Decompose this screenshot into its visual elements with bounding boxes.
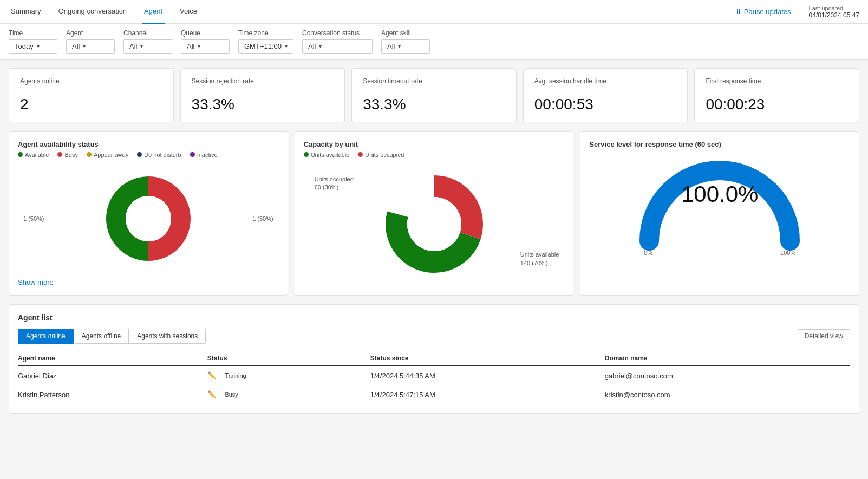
donut-label-available: 1 (50%) [252,215,273,222]
chevron-down-icon: ▾ [140,43,143,49]
tab-ongoing[interactable]: Ongoing conversation [56,0,129,24]
agent-name-cell: Gabriel Diaz [18,366,207,385]
queue-dropdown[interactable]: All ▾ [181,39,230,54]
chevron-down-icon: ▾ [198,43,200,49]
kpi-avg-handle: Avg. session handle time 00:00:53 [523,68,688,122]
channel-dropdown[interactable]: All ▾ [123,39,172,54]
agent-list-tabs: Agents online Agents offline Agents with… [18,329,206,344]
kpi-agents-online: Agents online 2 [9,68,174,122]
legend-inactive: Inactive [190,152,218,158]
availability-donut: 1 (50%) 1 (50%) [18,165,279,273]
filter-timezone: Time zone GMT+11:00 ▾ [238,29,293,54]
tab-agents-with-sessions[interactable]: Agents with sessions [129,329,206,344]
chevron-down-icon: ▾ [319,43,322,49]
edit-icon[interactable]: ✏️ [207,371,216,379]
agent-since-cell: 1/4/2024 5:47:15 AM [370,385,605,404]
agent-status-cell: ✏️ Busy [207,385,370,404]
filter-agent: Agent All ▾ [66,29,115,54]
detailed-view-button[interactable]: Detailed view [798,329,850,343]
tab-summary[interactable]: Summary [9,0,43,24]
capacity-svg [380,170,488,278]
status-badge: Busy [220,390,243,399]
gauge-labels: 0% 100% [644,250,795,256]
main-content: Agents online 2 Session rejection rate 3… [0,60,868,422]
chevron-down-icon: ▾ [83,43,86,49]
filter-bar: Time Today ▾ Agent All ▾ Channel All ▾ Q… [0,24,868,60]
capacity-chart: Capacity by unit Units available Units o… [295,131,574,296]
time-dropdown[interactable]: Today ▾ [9,39,57,54]
legend-units-available: Units available [304,152,350,158]
agent-list-controls: Agents online Agents offline Agents with… [18,329,850,344]
table-row: Gabriel Diaz ✏️ Training 1/4/2024 5:44:3… [18,366,850,385]
col-domain: Domain name [605,350,850,366]
conv-status-dropdown[interactable]: All ▾ [302,39,373,54]
edit-icon[interactable]: ✏️ [207,390,216,398]
svg-point-2 [126,196,171,241]
agent-status-cell: ✏️ Training [207,366,370,385]
kpi-session-timeout: Session timeout rate 33.3% [351,68,517,122]
agent-list-title: Agent list [18,313,53,322]
agent-skill-dropdown[interactable]: All ▾ [381,39,430,54]
donut-label-busy: 1 (50%) [23,215,44,222]
availability-legend: Available Busy Appear away Do not distur… [18,152,279,158]
legend-appear-away: Appear away [87,152,128,158]
service-level-chart: Service level for response time (60 sec)… [580,131,859,296]
col-status: Status [207,350,370,366]
filter-time: Time Today ▾ [9,29,57,54]
agent-name-cell: Kristin Patterson [18,385,207,404]
kpi-first-response: First response time 00:00:23 [694,68,859,122]
legend-busy: Busy [57,152,77,158]
filter-channel: Channel All ▾ [123,29,172,54]
tab-agents-online[interactable]: Agents online [18,329,74,344]
nav-right: ⏸ Pause updates Last updated 04/01/2024 … [735,5,859,19]
agent-list-section: Agent list Agents online Agents offline … [9,304,859,414]
gauge-value: 100.0% [681,181,758,207]
col-status-since: Status since [370,350,605,366]
svg-point-5 [407,197,461,251]
status-badge: Training [220,371,251,380]
chevron-down-icon: ▾ [285,43,288,49]
last-updated: Last updated 04/01/2024 05:47 [800,5,859,19]
pause-icon: ⏸ [735,8,742,16]
pause-updates-button[interactable]: ⏸ Pause updates [735,8,791,16]
agent-domain-cell: kristin@contoso.com [605,385,850,404]
legend-units-occupied: Units occupied [358,152,404,158]
tab-voice[interactable]: Voice [178,0,199,24]
table-row: Kristin Patterson ✏️ Busy 1/4/2024 5:47:… [18,385,850,404]
legend-do-not-disturb: Do not disturb [137,152,181,158]
col-agent-name: Agent name [18,350,207,366]
tab-agents-offline[interactable]: Agents offline [74,329,129,344]
filter-conv-status: Conversation status All ▾ [302,29,373,54]
agent-since-cell: 1/4/2024 5:44:35 AM [370,366,605,385]
tab-agent[interactable]: Agent [142,0,165,24]
availability-chart: Agent availability status Available Busy… [9,131,288,296]
chevron-down-icon: ▾ [37,43,40,49]
filter-row: Time Today ▾ Agent All ▾ Channel All ▾ Q… [9,29,859,54]
timezone-dropdown[interactable]: GMT+11:00 ▾ [238,39,293,54]
capacity-label-available: Units available140 (70%) [520,251,559,267]
availability-svg [100,170,197,267]
chart-row: Agent availability status Available Busy… [9,131,859,296]
agent-table: Agent name Status Status since Domain na… [18,350,850,404]
filter-queue: Queue All ▾ [181,29,230,54]
filter-agent-skill: Agent skill All ▾ [381,29,430,54]
kpi-row: Agents online 2 Session rejection rate 3… [9,68,859,122]
show-more-link[interactable]: Show more [18,278,54,286]
nav-bar: Summary Ongoing conversation Agent Voice… [0,0,868,24]
capacity-label-occupied: Units occupied60 (30%) [315,175,354,192]
kpi-session-rejection: Session rejection rate 33.3% [180,68,345,122]
chevron-down-icon: ▾ [398,43,401,49]
agent-list-header: Agent list [18,313,850,322]
agent-dropdown[interactable]: All ▾ [66,39,115,54]
agent-domain-cell: gabriel@contoso.com [605,366,850,385]
gauge-wrap: 100.0% 0% 100% [589,152,850,257]
capacity-donut: Units occupied60 (30%) Units available14… [304,165,565,284]
legend-available: Available [18,152,49,158]
capacity-legend: Units available Units occupied [304,152,565,158]
